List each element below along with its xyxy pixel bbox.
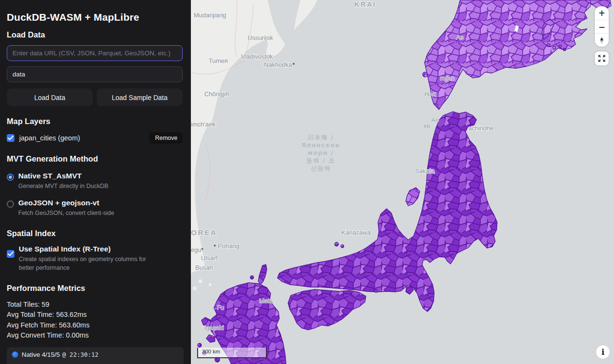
table-name-input[interactable]	[7, 66, 183, 82]
log-entry-detail: Total: 98.70ms | Fetch: 98.70ms | Conver…	[12, 362, 178, 364]
log-entry-title: Native 4/15/5	[22, 351, 60, 358]
nav-control-group: + − ▲▼	[595, 6, 609, 47]
metric-avg-total: Avg Total Time: 563.62ms	[7, 310, 183, 320]
mvt-method-heading: MVT Generation Method	[7, 154, 183, 163]
iki-island	[251, 276, 254, 279]
map-label: Vladivostok	[241, 53, 273, 60]
map-label: Busan	[195, 264, 213, 271]
spatial-index-desc: Create spatial indexes on geometry colum…	[19, 255, 163, 272]
map-label: Sakata	[415, 167, 435, 175]
map-label: Pohang	[218, 242, 239, 250]
performance-metrics: Total Tiles: 59 Avg Total Time: 563.62ms…	[7, 300, 183, 341]
map-label: achinohe	[468, 125, 494, 132]
mvt-option-geojson-label: GeoJSON + geojson-vt	[18, 199, 163, 207]
okushiri-island	[423, 72, 427, 77]
map-render: KRAI Mudanjiang Ussurijsk Tumen Vladivos…	[191, 0, 614, 364]
pitch-arrows-icon: ▲▼	[600, 37, 603, 44]
map-label: Mudanjiang	[194, 12, 226, 19]
map-label: egu	[191, 246, 201, 253]
pitch-toggle-button[interactable]: ▲▼	[595, 33, 609, 47]
zoom-in-button[interactable]: +	[595, 6, 609, 20]
kuril-islet	[553, 46, 556, 49]
goto-islet	[198, 343, 201, 347]
mvt-option-native[interactable]: Native ST_AsMVT Generate MVT directly in…	[7, 172, 183, 190]
map-label: Mats	[259, 297, 273, 304]
metric-avg-convert: Avg Convert Time: 0.00ms	[7, 330, 183, 341]
map-canvas[interactable]: KRAI Mudanjiang Ussurijsk Tumen Vladivos…	[191, 0, 614, 364]
sidebar: DuckDB-WASM + MapLibre Load Data Load Da…	[0, 0, 191, 364]
zoom-out-button[interactable]: −	[595, 20, 609, 33]
map-label: igasaki	[204, 324, 224, 331]
data-url-input[interactable]	[7, 45, 183, 61]
remove-layer-button[interactable]: Remove	[150, 132, 183, 144]
svg-text:동해 / 조: 동해 / 조	[306, 157, 335, 164]
oki-island	[341, 245, 344, 248]
load-data-heading: Load Data	[7, 30, 183, 39]
map-label: imch'aek	[191, 121, 215, 128]
fullscreen-icon	[598, 54, 606, 63]
layer-label: japan_cities (geom)	[19, 134, 150, 142]
layer-row: japan_cities (geom) Remove	[7, 132, 183, 144]
check-icon	[8, 136, 13, 140]
map-label: Kanazawa	[341, 229, 371, 236]
map-label: Hi	[424, 123, 430, 130]
map-label: Chŏngjin	[204, 90, 229, 98]
log-entry-time: @ 22:30:12	[63, 351, 99, 358]
svg-text:日本海 /: 日本海 /	[308, 134, 334, 141]
oki-island	[335, 242, 338, 246]
spatial-index-checkbox[interactable]	[7, 250, 14, 258]
log-entry-header: Native 4/15/5 @ 22:30:12	[12, 351, 178, 358]
radio-geojson[interactable]	[7, 201, 14, 208]
map-label: Ussurijsk	[248, 34, 273, 41]
map-layers-heading: Map Layers	[7, 117, 183, 126]
kuril-islet	[559, 45, 562, 48]
spatial-index-label: Use Spatial Index (R-Tree)	[19, 245, 163, 253]
load-sample-data-button[interactable]: Load Sample Data	[97, 88, 183, 106]
mvt-option-native-desc: Generate MVT directly in DuckDB	[18, 182, 163, 190]
app-window: DuckDB-WASM + MapLibre Load Data Load Da…	[0, 0, 614, 364]
mvt-option-geojson-desc: Fetch GeoJSON, convert client-side	[18, 209, 163, 217]
small-island	[375, 289, 377, 292]
layer-checkbox[interactable]	[7, 134, 14, 142]
svg-text:선동해: 선동해	[311, 164, 331, 172]
metric-total-tiles: Total Tiles: 59	[7, 300, 183, 310]
map-label: Ao	[431, 116, 439, 124]
map-label: Hak	[425, 90, 436, 98]
map-label: Fu	[217, 304, 224, 311]
metric-avg-fetch: Avg Fetch Time: 563.60ms	[7, 320, 183, 331]
blue-circle-icon	[12, 351, 18, 358]
tile-log-panel: Native 4/15/5 @ 22:30:12 Total: 98.70ms …	[7, 347, 184, 364]
mvt-option-native-label: Native ST_AsMVT	[18, 172, 163, 180]
check-icon	[8, 251, 13, 256]
kuril-islet	[547, 44, 550, 47]
svg-text:море /: море /	[308, 149, 334, 156]
map-label: roran	[440, 75, 454, 82]
scale-bar: 300 km	[197, 348, 267, 358]
map-label: Ulsan	[201, 254, 217, 262]
mvt-option-geojson[interactable]: GeoJSON + geojson-vt Fetch GeoJSON, conv…	[7, 199, 183, 217]
performance-metrics-heading: Performance Metrics	[7, 284, 183, 293]
fullscreen-button[interactable]	[595, 51, 609, 65]
kuril-islet	[564, 49, 566, 51]
map-label: OREA	[191, 228, 217, 237]
load-data-button[interactable]: Load Data	[7, 88, 93, 106]
spatial-index-option[interactable]: Use Spatial Index (R-Tree) Create spatia…	[7, 245, 183, 272]
app-title: DuckDB-WASM + MapLibre	[7, 12, 183, 23]
radio-native[interactable]	[7, 174, 14, 181]
map-label: Nakhodka	[264, 61, 292, 68]
map-label: Tumen	[209, 57, 228, 64]
spatial-index-heading: Spatial Index	[7, 229, 183, 238]
map-label: As	[456, 34, 464, 41]
attribution-info-button[interactable]: i	[596, 345, 610, 359]
svg-text:Японское: Японское	[301, 141, 340, 149]
map-label: KRAI	[354, 0, 376, 8]
